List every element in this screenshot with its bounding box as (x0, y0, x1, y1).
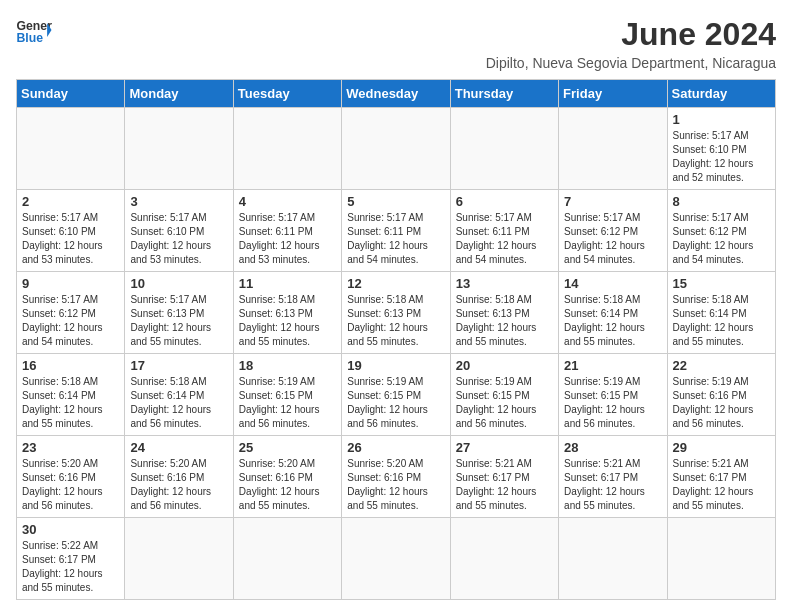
calendar-week-row: 23Sunrise: 5:20 AM Sunset: 6:16 PM Dayli… (17, 436, 776, 518)
day-sun-info: Sunrise: 5:19 AM Sunset: 6:16 PM Dayligh… (673, 375, 770, 431)
day-sun-info: Sunrise: 5:19 AM Sunset: 6:15 PM Dayligh… (564, 375, 661, 431)
day-number: 3 (130, 194, 227, 209)
logo: General Blue (16, 16, 52, 44)
day-number: 29 (673, 440, 770, 455)
calendar-cell: 6Sunrise: 5:17 AM Sunset: 6:11 PM Daylig… (450, 190, 558, 272)
day-number: 4 (239, 194, 336, 209)
day-sun-info: Sunrise: 5:18 AM Sunset: 6:13 PM Dayligh… (347, 293, 444, 349)
day-sun-info: Sunrise: 5:22 AM Sunset: 6:17 PM Dayligh… (22, 539, 119, 595)
day-of-week-header: Wednesday (342, 80, 450, 108)
day-sun-info: Sunrise: 5:18 AM Sunset: 6:14 PM Dayligh… (564, 293, 661, 349)
calendar-cell: 11Sunrise: 5:18 AM Sunset: 6:13 PM Dayli… (233, 272, 341, 354)
day-sun-info: Sunrise: 5:18 AM Sunset: 6:14 PM Dayligh… (673, 293, 770, 349)
day-of-week-header: Friday (559, 80, 667, 108)
day-sun-info: Sunrise: 5:19 AM Sunset: 6:15 PM Dayligh… (347, 375, 444, 431)
calendar-table: SundayMondayTuesdayWednesdayThursdayFrid… (16, 79, 776, 600)
day-of-week-header: Tuesday (233, 80, 341, 108)
day-number: 21 (564, 358, 661, 373)
location-subtitle: Dipilto, Nueva Segovia Department, Nicar… (486, 55, 776, 71)
calendar-cell: 16Sunrise: 5:18 AM Sunset: 6:14 PM Dayli… (17, 354, 125, 436)
day-sun-info: Sunrise: 5:17 AM Sunset: 6:10 PM Dayligh… (130, 211, 227, 267)
day-number: 13 (456, 276, 553, 291)
day-sun-info: Sunrise: 5:17 AM Sunset: 6:11 PM Dayligh… (347, 211, 444, 267)
calendar-cell: 15Sunrise: 5:18 AM Sunset: 6:14 PM Dayli… (667, 272, 775, 354)
day-number: 12 (347, 276, 444, 291)
day-number: 20 (456, 358, 553, 373)
day-number: 1 (673, 112, 770, 127)
day-number: 10 (130, 276, 227, 291)
calendar-cell (450, 518, 558, 600)
calendar-cell (667, 518, 775, 600)
calendar-week-row: 2Sunrise: 5:17 AM Sunset: 6:10 PM Daylig… (17, 190, 776, 272)
calendar-cell: 10Sunrise: 5:17 AM Sunset: 6:13 PM Dayli… (125, 272, 233, 354)
calendar-cell: 25Sunrise: 5:20 AM Sunset: 6:16 PM Dayli… (233, 436, 341, 518)
calendar-cell (450, 108, 558, 190)
day-number: 2 (22, 194, 119, 209)
calendar-cell: 19Sunrise: 5:19 AM Sunset: 6:15 PM Dayli… (342, 354, 450, 436)
calendar-cell: 21Sunrise: 5:19 AM Sunset: 6:15 PM Dayli… (559, 354, 667, 436)
calendar-cell: 24Sunrise: 5:20 AM Sunset: 6:16 PM Dayli… (125, 436, 233, 518)
day-number: 22 (673, 358, 770, 373)
calendar-cell: 9Sunrise: 5:17 AM Sunset: 6:12 PM Daylig… (17, 272, 125, 354)
calendar-cell (342, 108, 450, 190)
day-number: 28 (564, 440, 661, 455)
day-of-week-header: Saturday (667, 80, 775, 108)
calendar-cell: 7Sunrise: 5:17 AM Sunset: 6:12 PM Daylig… (559, 190, 667, 272)
calendar-cell: 3Sunrise: 5:17 AM Sunset: 6:10 PM Daylig… (125, 190, 233, 272)
day-number: 26 (347, 440, 444, 455)
day-sun-info: Sunrise: 5:17 AM Sunset: 6:11 PM Dayligh… (456, 211, 553, 267)
calendar-header-row: SundayMondayTuesdayWednesdayThursdayFrid… (17, 80, 776, 108)
day-sun-info: Sunrise: 5:18 AM Sunset: 6:13 PM Dayligh… (239, 293, 336, 349)
calendar-cell: 23Sunrise: 5:20 AM Sunset: 6:16 PM Dayli… (17, 436, 125, 518)
day-sun-info: Sunrise: 5:19 AM Sunset: 6:15 PM Dayligh… (456, 375, 553, 431)
month-year-title: June 2024 (486, 16, 776, 53)
calendar-cell: 17Sunrise: 5:18 AM Sunset: 6:14 PM Dayli… (125, 354, 233, 436)
day-sun-info: Sunrise: 5:21 AM Sunset: 6:17 PM Dayligh… (673, 457, 770, 513)
day-sun-info: Sunrise: 5:20 AM Sunset: 6:16 PM Dayligh… (22, 457, 119, 513)
day-sun-info: Sunrise: 5:17 AM Sunset: 6:10 PM Dayligh… (22, 211, 119, 267)
day-sun-info: Sunrise: 5:17 AM Sunset: 6:12 PM Dayligh… (22, 293, 119, 349)
calendar-cell: 8Sunrise: 5:17 AM Sunset: 6:12 PM Daylig… (667, 190, 775, 272)
page-header: General Blue June 2024 Dipilto, Nueva Se… (16, 16, 776, 71)
calendar-cell: 26Sunrise: 5:20 AM Sunset: 6:16 PM Dayli… (342, 436, 450, 518)
day-number: 18 (239, 358, 336, 373)
calendar-week-row: 9Sunrise: 5:17 AM Sunset: 6:12 PM Daylig… (17, 272, 776, 354)
day-sun-info: Sunrise: 5:21 AM Sunset: 6:17 PM Dayligh… (456, 457, 553, 513)
day-number: 5 (347, 194, 444, 209)
day-sun-info: Sunrise: 5:17 AM Sunset: 6:12 PM Dayligh… (673, 211, 770, 267)
calendar-cell: 4Sunrise: 5:17 AM Sunset: 6:11 PM Daylig… (233, 190, 341, 272)
day-sun-info: Sunrise: 5:19 AM Sunset: 6:15 PM Dayligh… (239, 375, 336, 431)
calendar-week-row: 1Sunrise: 5:17 AM Sunset: 6:10 PM Daylig… (17, 108, 776, 190)
day-sun-info: Sunrise: 5:17 AM Sunset: 6:10 PM Dayligh… (673, 129, 770, 185)
calendar-week-row: 30Sunrise: 5:22 AM Sunset: 6:17 PM Dayli… (17, 518, 776, 600)
day-number: 30 (22, 522, 119, 537)
calendar-cell (125, 108, 233, 190)
day-sun-info: Sunrise: 5:17 AM Sunset: 6:13 PM Dayligh… (130, 293, 227, 349)
calendar-cell: 29Sunrise: 5:21 AM Sunset: 6:17 PM Dayli… (667, 436, 775, 518)
calendar-week-row: 16Sunrise: 5:18 AM Sunset: 6:14 PM Dayli… (17, 354, 776, 436)
day-number: 27 (456, 440, 553, 455)
calendar-cell: 14Sunrise: 5:18 AM Sunset: 6:14 PM Dayli… (559, 272, 667, 354)
calendar-cell: 1Sunrise: 5:17 AM Sunset: 6:10 PM Daylig… (667, 108, 775, 190)
day-number: 9 (22, 276, 119, 291)
calendar-cell (233, 518, 341, 600)
day-number: 25 (239, 440, 336, 455)
svg-text:Blue: Blue (17, 31, 44, 44)
calendar-cell (17, 108, 125, 190)
day-sun-info: Sunrise: 5:20 AM Sunset: 6:16 PM Dayligh… (239, 457, 336, 513)
calendar-cell: 18Sunrise: 5:19 AM Sunset: 6:15 PM Dayli… (233, 354, 341, 436)
calendar-cell: 22Sunrise: 5:19 AM Sunset: 6:16 PM Dayli… (667, 354, 775, 436)
calendar-cell (125, 518, 233, 600)
day-number: 23 (22, 440, 119, 455)
day-number: 7 (564, 194, 661, 209)
day-sun-info: Sunrise: 5:18 AM Sunset: 6:13 PM Dayligh… (456, 293, 553, 349)
day-of-week-header: Monday (125, 80, 233, 108)
day-number: 11 (239, 276, 336, 291)
calendar-cell: 5Sunrise: 5:17 AM Sunset: 6:11 PM Daylig… (342, 190, 450, 272)
calendar-cell (559, 518, 667, 600)
day-number: 6 (456, 194, 553, 209)
logo-icon: General Blue (16, 16, 52, 44)
calendar-cell: 28Sunrise: 5:21 AM Sunset: 6:17 PM Dayli… (559, 436, 667, 518)
day-number: 24 (130, 440, 227, 455)
day-number: 15 (673, 276, 770, 291)
